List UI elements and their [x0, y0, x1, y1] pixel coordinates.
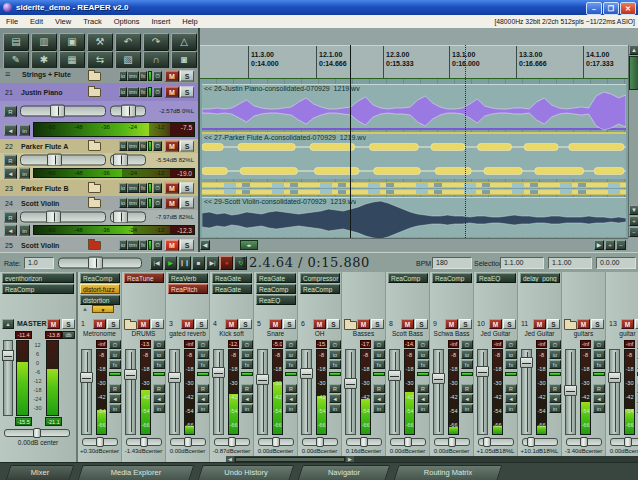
mute-button[interactable]: M: [533, 319, 546, 329]
track-22[interactable]: 22Parker Flute Aiotrmfx∅MSR-5.54dB 82%L◄…: [0, 139, 198, 180]
solo-button[interactable]: S: [180, 239, 194, 250]
io-button[interactable]: io: [119, 71, 127, 81]
fx-button[interactable]: fx: [505, 360, 517, 369]
speaker-icon[interactable]: ◄: [197, 394, 209, 403]
speaker-icon[interactable]: ◄: [549, 394, 561, 403]
tab-mixer[interactable]: Mixer: [8, 465, 72, 480]
tab-undo-history[interactable]: Undo History: [200, 465, 292, 480]
solo-button[interactable]: S: [180, 141, 194, 152]
arrange-lanes[interactable]: << 26-Justin Piano-consolidated-070929_1…: [200, 79, 628, 238]
phase-button[interactable]: ∅: [549, 340, 561, 349]
speaker-icon[interactable]: ◄: [153, 394, 165, 403]
phase-button[interactable]: ∅: [153, 87, 162, 97]
solo-button[interactable]: S: [547, 319, 560, 329]
fader-handle[interactable]: [300, 368, 313, 379]
vzoom-in-button[interactable]: +: [629, 216, 638, 226]
close-button[interactable]: ✕: [620, 2, 636, 15]
scroll-right-button[interactable]: ▶: [594, 240, 604, 250]
vertical-scrollbar[interactable]: ▲ ▼ + −: [628, 45, 638, 238]
fader-handle[interactable]: [432, 373, 445, 384]
phase-button[interactable]: ∅: [285, 340, 297, 349]
mute-button[interactable]: M: [181, 319, 194, 329]
record-arm-button[interactable]: R: [4, 105, 17, 116]
record-arm-button[interactable]: R: [329, 384, 341, 393]
mute-button[interactable]: M: [165, 141, 179, 152]
solo-button[interactable]: S: [371, 319, 384, 329]
volume-fader[interactable]: [301, 349, 312, 435]
master-solo-button[interactable]: S: [62, 319, 75, 329]
io-button[interactable]: io: [329, 350, 341, 359]
fader-handle[interactable]: [608, 372, 621, 383]
fader-handle[interactable]: [388, 370, 401, 381]
monitor-button[interactable]: in: [153, 404, 165, 413]
speaker-icon[interactable]: ◄: [593, 394, 605, 403]
pan-slider-handle[interactable]: [113, 153, 128, 166]
monitor-button[interactable]: in: [505, 404, 517, 413]
fx-slot-button[interactable]: ReaPitch: [168, 284, 208, 294]
mute-button[interactable]: M: [165, 87, 179, 98]
pan-handle[interactable]: [272, 437, 280, 447]
io-button[interactable]: io: [593, 350, 605, 359]
io-button[interactable]: io: [241, 350, 253, 359]
pan-handle[interactable]: [140, 437, 148, 447]
fx-button[interactable]: fx: [417, 360, 429, 369]
mute-button[interactable]: M: [445, 319, 458, 329]
speaker-icon[interactable]: ◄: [109, 394, 121, 403]
mute-button[interactable]: M: [401, 319, 414, 329]
monitor-button[interactable]: in: [329, 404, 341, 413]
io-button[interactable]: io: [153, 350, 165, 359]
selection-value[interactable]: 1.1.00: [500, 257, 544, 269]
fader-handle[interactable]: [476, 366, 489, 377]
menu-track[interactable]: Track: [77, 17, 107, 26]
fx-slot-button[interactable]: ReaComp: [256, 284, 296, 294]
fx-slot-button[interactable]: ReaComp: [80, 273, 120, 283]
speaker-icon[interactable]: ◄: [4, 124, 17, 135]
phase-button[interactable]: ∅: [373, 340, 385, 349]
fx-button[interactable]: fx: [139, 87, 147, 97]
fx-button[interactable]: fx: [329, 360, 341, 369]
trim-button[interactable]: trm: [127, 71, 139, 81]
fx-slot-button[interactable]: delay_pong: [520, 273, 560, 283]
solo-button[interactable]: S: [180, 198, 194, 209]
fx-button[interactable]: fx: [373, 360, 385, 369]
record-arm-button[interactable]: R: [373, 384, 385, 393]
mute-button[interactable]: M: [165, 239, 179, 250]
speaker-icon[interactable]: ◄: [285, 394, 297, 403]
grid-button[interactable]: ▦: [59, 51, 85, 69]
monitor-button[interactable]: in: [461, 404, 473, 413]
menu-insert[interactable]: Insert: [146, 17, 177, 26]
media-item-scott-violin[interactable]: << 29-Scott Violin-consolidated-070929_1…: [202, 197, 626, 237]
fx-slot-button[interactable]: ReaGate: [256, 273, 296, 283]
horizontal-scrollbar[interactable]: ◀ ◂▸ ▶ + −: [200, 238, 628, 251]
trim-button[interactable]: trm: [127, 141, 139, 151]
menu-options[interactable]: Options: [108, 17, 146, 26]
speaker-icon[interactable]: ◄: [461, 394, 473, 403]
io-button[interactable]: io: [119, 198, 127, 208]
track-24[interactable]: 24Scott Violiniotrmfx∅MSR-7.97dB 82%L◄in…: [0, 196, 198, 237]
track-name[interactable]: Parker Flute A: [21, 143, 68, 150]
redo-button[interactable]: ↷: [143, 33, 169, 51]
fader-handle[interactable]: [212, 367, 225, 378]
solo-button[interactable]: S: [591, 319, 604, 329]
record-arm-button[interactable]: R: [241, 384, 253, 393]
menu-help[interactable]: Help: [176, 17, 203, 26]
io-button[interactable]: io: [461, 350, 473, 359]
volume-fader[interactable]: [389, 349, 400, 435]
track-23[interactable]: 23Parker Flute Biotrmfx∅MS: [0, 180, 198, 196]
track-21[interactable]: 21Justin Pianoiotrmfx∅MSR-2.57dB 0%L◄in-…: [0, 83, 198, 139]
monitor-button[interactable]: in: [241, 404, 253, 413]
speaker-icon[interactable]: ◄: [4, 168, 17, 179]
solo-button[interactable]: S: [107, 319, 120, 329]
record-arm-button[interactable]: R: [197, 384, 209, 393]
phase-button[interactable]: ∅: [153, 141, 162, 151]
envelopes-button[interactable]: ✎: [3, 51, 29, 69]
tab-media-explorer[interactable]: Media Explorer: [80, 465, 192, 480]
solo-button[interactable]: S: [151, 319, 164, 329]
solo-button[interactable]: S: [283, 319, 296, 329]
track-name[interactable]: Scott Violin: [21, 241, 59, 248]
mute-button[interactable]: M: [577, 319, 590, 329]
fx-slot-button[interactable]: ReaComp: [300, 284, 340, 294]
fx-button[interactable]: fx: [241, 360, 253, 369]
fx-slot-button[interactable]: ReaEQ: [256, 295, 296, 305]
io-button[interactable]: io: [119, 141, 127, 151]
